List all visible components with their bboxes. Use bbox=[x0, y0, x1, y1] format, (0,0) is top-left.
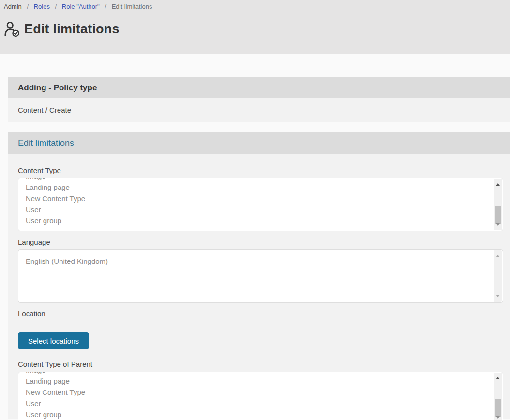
scroll-down-icon[interactable] bbox=[496, 416, 500, 419]
breadcrumb-item-role-author[interactable]: Role "Author" bbox=[62, 3, 100, 10]
page-title: Edit limitations bbox=[24, 22, 120, 37]
content-type-of-parent-label: Content Type of Parent bbox=[18, 360, 503, 368]
scroll-down-icon[interactable] bbox=[496, 223, 500, 226]
scroll-down-icon[interactable] bbox=[496, 295, 500, 297]
policy-type-section: Adding - Policy type Content / Create bbox=[8, 77, 510, 122]
language-options: English (United Kingdom) bbox=[18, 250, 503, 267]
list-option[interactable]: User group bbox=[26, 215, 488, 226]
list-option[interactable]: Landing page bbox=[26, 182, 488, 193]
breadcrumb-separator: / bbox=[27, 3, 29, 10]
scroll-up-icon[interactable] bbox=[496, 377, 500, 379]
breadcrumb: Admin / Roles / Role "Author" / Edit lim… bbox=[4, 3, 505, 10]
list-option[interactable]: Landing page bbox=[26, 376, 488, 387]
policy-type-heading: Adding - Policy type bbox=[18, 83, 97, 93]
edit-limitations-section: Edit limitations Content Type ImageLandi… bbox=[8, 132, 510, 419]
breadcrumb-separator: / bbox=[105, 3, 106, 10]
select-locations-button[interactable]: Select locations bbox=[18, 332, 89, 349]
user-check-icon bbox=[4, 21, 24, 37]
policy-type-section-body: Content / Create bbox=[8, 98, 510, 122]
list-option[interactable]: User bbox=[26, 398, 488, 409]
list-option[interactable]: Image bbox=[26, 178, 488, 182]
language-label: Language bbox=[18, 238, 503, 246]
edit-limitations-form: Content Type ImageLanding pageNew Conten… bbox=[8, 154, 510, 419]
scroll-up-icon[interactable] bbox=[496, 183, 500, 186]
breadcrumb-separator: / bbox=[55, 3, 57, 10]
page-header: Admin / Roles / Role "Author" / Edit lim… bbox=[0, 0, 510, 54]
content-type-of-parent-listbox[interactable]: ImageLanding pageNew Content TypeUserUse… bbox=[18, 372, 503, 420]
policy-type-value: Content / Create bbox=[18, 106, 71, 114]
breadcrumb-item-roles[interactable]: Roles bbox=[34, 3, 50, 10]
language-listbox[interactable]: English (United Kingdom) bbox=[18, 249, 503, 303]
list-option[interactable]: New Content Type bbox=[26, 387, 488, 398]
breadcrumb-item-edit-limitations: Edit limitations bbox=[112, 3, 152, 10]
list-option[interactable]: User bbox=[26, 204, 488, 215]
scrollbar-thumb[interactable] bbox=[495, 206, 501, 224]
list-option[interactable]: Image bbox=[26, 372, 488, 376]
edit-limitations-section-header: Edit limitations bbox=[8, 132, 510, 154]
location-label: Location bbox=[18, 309, 503, 318]
policy-type-section-header: Adding - Policy type bbox=[8, 77, 510, 98]
content-type-scrollbar[interactable] bbox=[494, 179, 502, 230]
content-type-listbox[interactable]: ImageLanding pageNew Content TypeUserUse… bbox=[18, 178, 503, 231]
content-type-of-parent-scrollbar[interactable] bbox=[494, 373, 502, 420]
list-option[interactable]: User group bbox=[26, 409, 488, 420]
breadcrumb-item-admin: Admin bbox=[4, 3, 22, 10]
content-type-of-parent-options: ImageLanding pageNew Content TypeUserUse… bbox=[18, 372, 503, 420]
language-scrollbar[interactable] bbox=[494, 250, 502, 302]
list-option[interactable]: English (United Kingdom) bbox=[26, 256, 488, 267]
scrollbar-thumb[interactable] bbox=[495, 399, 501, 417]
content-type-options: ImageLanding pageNew Content TypeUserUse… bbox=[18, 178, 503, 226]
edit-limitations-heading: Edit limitations bbox=[18, 138, 74, 148]
list-option[interactable]: New Content Type bbox=[26, 193, 488, 204]
scroll-up-icon[interactable] bbox=[496, 255, 500, 257]
content-type-label: Content Type bbox=[18, 166, 503, 174]
